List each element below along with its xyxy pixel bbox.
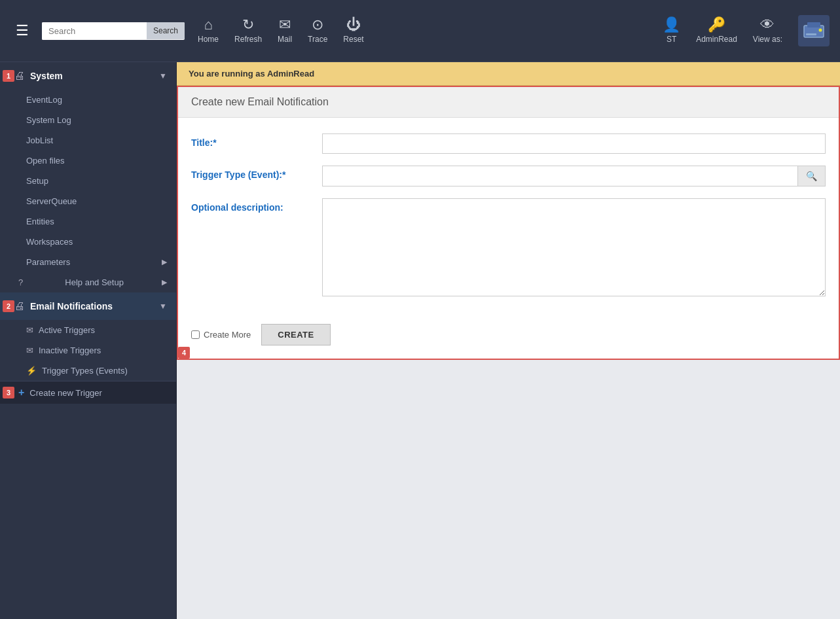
create-new-wrapper: 3 + Create new Trigger (0, 381, 176, 404)
form-footer: Create More CREATE (178, 324, 839, 359)
sidebar-section-system[interactable]: 1 🖨 System ▼ (0, 62, 176, 90)
sidebar-item-serverqueue[interactable]: ServerQueue (0, 191, 176, 211)
home-icon: ⌂ (204, 18, 212, 32)
openfiles-label: Open files (26, 156, 65, 166)
activetriggers-icon: ✉ (26, 325, 33, 335)
sidebar-item-createnewtrigger[interactable]: 3 + Create new Trigger (0, 381, 176, 404)
form-title: Create new Email Notification (191, 96, 329, 107)
description-textarea[interactable] (322, 198, 826, 296)
nav-home[interactable]: ⌂ Home (198, 18, 219, 44)
top-nav: ☰ Search ⌂ Home ↻ Refresh ✉ Mail ⊙ Trace… (0, 0, 840, 62)
joblist-label: JobList (26, 135, 53, 145)
create-button[interactable]: CREATE (261, 324, 330, 345)
trigger-type-row: Trigger Type (Event):* 🔍 (191, 166, 826, 186)
nav-mail-label: Mail (278, 35, 292, 44)
create-more-label: Create More (204, 330, 251, 340)
nav-reset[interactable]: ⏻ Reset (343, 18, 363, 44)
form-body: Title:* Trigger Type (Event):* 🔍 (178, 118, 839, 324)
reset-icon: ⏻ (346, 18, 361, 32)
sidebar-item-inactivetriggers[interactable]: ✉ Inactive Triggers (0, 340, 176, 361)
svg-rect-3 (806, 33, 816, 35)
trigger-type-input[interactable] (322, 166, 797, 186)
title-input[interactable] (322, 133, 826, 154)
system-menu-items: EventLog System Log JobList Open files S… (0, 90, 176, 292)
nav-mail[interactable]: ✉ Mail (278, 18, 292, 44)
alert-banner: You are running as AdminRead (177, 62, 840, 86)
sidebar-item-systemlog[interactable]: System Log (0, 110, 176, 130)
sidebar-item-helpandsetup[interactable]: ? Help and Setup ▶ (0, 272, 176, 292)
nav-right: 👤 ST 🔑 AdminRead 👁 View as: (663, 15, 830, 46)
trigger-type-container: 🔍 (322, 166, 826, 186)
system-label: System (30, 71, 159, 81)
sidebar-item-eventlog[interactable]: EventLog (0, 90, 176, 110)
createnewtrigger-label: Create new Trigger (29, 388, 102, 398)
eventlog-label: EventLog (26, 95, 62, 105)
svg-point-2 (819, 29, 822, 32)
serverqueue-label: ServerQueue (26, 196, 77, 206)
emailnotif-label: Email Notifications (30, 301, 159, 311)
nav-refresh[interactable]: ↻ Refresh (234, 18, 262, 44)
nav-home-label: Home (198, 35, 219, 44)
nav-trace[interactable]: ⊙ Trace (308, 18, 327, 44)
alert-message: You are running as AdminRead (189, 69, 314, 79)
trigger-search-button[interactable]: 🔍 (797, 166, 826, 186)
nav-refresh-label: Refresh (234, 35, 262, 44)
emailnotif-chevron-icon: ▼ (159, 302, 167, 311)
helpandsetup-label: Help and Setup (65, 277, 124, 287)
sidebar-section-emailnotifications[interactable]: 2 🖨 Email Notifications ▼ (0, 292, 176, 320)
sidebar-item-setup[interactable]: Setup (0, 171, 176, 191)
nav-adminread[interactable]: 🔑 AdminRead (696, 18, 737, 44)
sidebar-item-workspaces[interactable]: Workspaces (0, 232, 176, 252)
help-question-icon: ? (18, 277, 23, 287)
brand-logo (798, 15, 830, 46)
sidebar-item-joblist[interactable]: JobList (0, 130, 176, 150)
sidebar-item-triggertypes[interactable]: ⚡ Trigger Types (Events) (0, 361, 176, 381)
entities-label: Entities (26, 217, 54, 226)
description-label: Optional description: (191, 198, 322, 213)
inactivetriggers-label: Inactive Triggers (39, 345, 101, 355)
system-icon: 🖨 (14, 70, 25, 82)
create-more-input[interactable] (191, 330, 200, 339)
systemlog-label: System Log (26, 115, 71, 125)
mail-icon: ✉ (279, 18, 291, 32)
trigger-type-label: Trigger Type (Event):* (191, 166, 322, 180)
main-area: 1 🖨 System ▼ EventLog System Log JobList… (0, 62, 840, 619)
triggertypes-label: Trigger Types (Events) (42, 366, 128, 376)
annotation-4: 4 (178, 347, 190, 359)
create-more-checkbox[interactable]: Create More (191, 330, 251, 340)
search-container: Search (42, 22, 185, 40)
sidebar-item-openfiles[interactable]: Open files (0, 150, 176, 171)
search-button[interactable]: Search (147, 22, 185, 39)
nav-st[interactable]: 👤 ST (663, 18, 680, 44)
sidebar-item-entities[interactable]: Entities (0, 211, 176, 232)
parameters-label: Parameters (26, 257, 70, 267)
title-label: Title:* (191, 133, 322, 148)
nav-viewas-label: View as: (753, 35, 782, 44)
eye-icon: 👁 (760, 18, 775, 32)
title-field (322, 133, 826, 154)
form-panel: 4 Create new Email Notification Title:* … (177, 86, 840, 360)
search-input[interactable] (42, 22, 147, 40)
activetriggers-label: Active Triggers (39, 325, 95, 335)
sidebar-item-activetriggers[interactable]: ✉ Active Triggers (0, 320, 176, 340)
content-area: You are running as AdminRead 4 Create ne… (177, 62, 840, 619)
description-row: Optional description: (191, 198, 826, 299)
system-chevron-icon: ▼ (159, 71, 167, 80)
refresh-icon: ↻ (242, 18, 254, 32)
inactivetriggers-icon: ✉ (26, 345, 33, 355)
email-notifications-items: ✉ Active Triggers ✉ Inactive Triggers ⚡ … (0, 320, 176, 381)
nav-viewas[interactable]: 👁 View as: (753, 18, 782, 44)
nav-reset-label: Reset (343, 35, 363, 44)
svg-rect-1 (807, 22, 820, 27)
title-row: Title:* (191, 133, 826, 154)
trigger-type-field: 🔍 (322, 166, 826, 186)
helpandsetup-chevron-icon: ▶ (162, 278, 167, 287)
sidebar-item-parameters[interactable]: Parameters ▶ (0, 252, 176, 272)
nav-st-label: ST (667, 35, 676, 44)
nav-adminread-label: AdminRead (696, 35, 737, 44)
emailnotif-icon: 🖨 (14, 300, 25, 312)
workspaces-label: Workspaces (26, 237, 73, 247)
nav-items: ⌂ Home ↻ Refresh ✉ Mail ⊙ Trace ⏻ Reset (198, 18, 663, 44)
hamburger-button[interactable]: ☰ (10, 20, 34, 42)
parameters-chevron-icon: ▶ (162, 258, 167, 266)
